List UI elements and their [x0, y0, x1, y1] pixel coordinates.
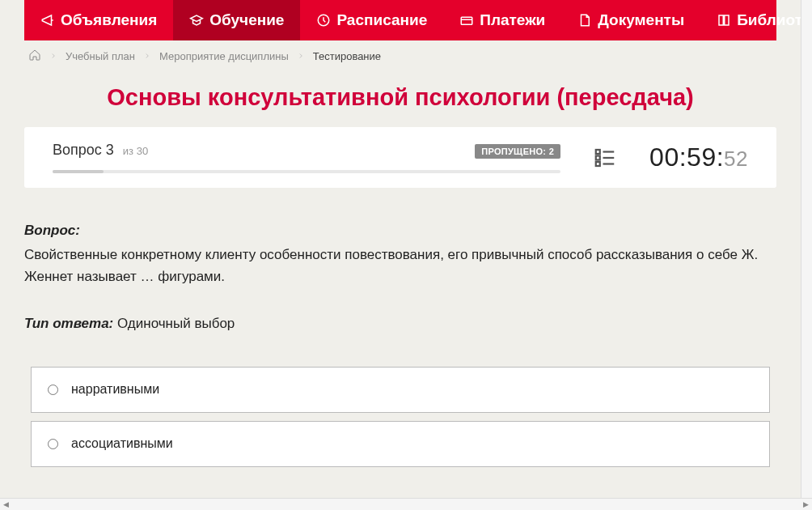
timer-seconds: 52 [724, 147, 748, 172]
home-icon[interactable] [28, 49, 41, 64]
missed-badge: ПРОПУЩЕНО: 2 [475, 144, 560, 159]
answer-type-value: Одиночный выбор [117, 316, 235, 331]
question-progress: Вопрос 3 из 30 ПРОПУЩЕНО: 2 [53, 142, 560, 173]
answer-option[interactable]: нарративными [31, 367, 770, 413]
nav-schedule[interactable]: Расписание [300, 0, 443, 40]
question-label-heading: Вопрос: [24, 220, 776, 241]
page-title: Основы консультативной психологии (перес… [24, 84, 776, 111]
radio-input[interactable] [48, 439, 58, 449]
horizontal-scrollbar[interactable]: ◀ ▶ [0, 498, 812, 510]
timer: 00:59:52 [649, 142, 748, 172]
payment-icon [459, 13, 474, 28]
answer-options: нарративными ассоциативными [31, 367, 770, 467]
nav-payments[interactable]: Платежи [443, 0, 561, 40]
question-list-button[interactable] [593, 146, 617, 170]
nav-library[interactable]: Библиотека [700, 0, 812, 40]
nav-label: Платежи [480, 11, 545, 29]
radio-input[interactable] [48, 385, 58, 395]
nav-label: Расписание [336, 11, 427, 29]
chevron-right-icon [297, 50, 305, 62]
svg-rect-4 [596, 162, 600, 166]
book-icon [717, 13, 731, 28]
scroll-right-arrow[interactable]: ▶ [800, 499, 812, 511]
option-label: нарративными [71, 380, 159, 400]
answer-type-label: Тип ответа: [24, 316, 113, 331]
clock-icon [316, 13, 331, 28]
nav-label: Документы [598, 11, 684, 29]
megaphone-icon [40, 13, 55, 28]
question-total: из 30 [123, 145, 148, 157]
answer-option[interactable]: ассоциативными [31, 421, 770, 467]
question-text: Свойственные конкретному клиенту особенн… [24, 244, 776, 287]
progress-bar [53, 170, 560, 173]
main-nav: Объявления Обучение Расписание Платежи [24, 0, 776, 40]
svg-rect-1 [461, 17, 472, 24]
progress-fill [53, 170, 104, 173]
education-icon [189, 13, 204, 28]
svg-rect-3 [596, 155, 600, 159]
timer-main: 00:59: [649, 142, 724, 172]
chevron-right-icon [49, 50, 57, 62]
vertical-scrollbar[interactable] [801, 0, 812, 498]
nav-label: Обучение [209, 11, 284, 29]
breadcrumb-current: Тестирование [313, 50, 381, 62]
breadcrumb-link-discipline[interactable]: Мероприятие дисциплины [159, 50, 289, 62]
breadcrumb: Учебный план Мероприятие дисциплины Тест… [0, 40, 801, 64]
chevron-right-icon [143, 50, 151, 62]
scroll-track[interactable] [12, 499, 800, 510]
nav-documents[interactable]: Документы [561, 0, 700, 40]
question-label: Вопрос 3 [53, 142, 114, 158]
nav-announcements[interactable]: Объявления [24, 0, 173, 40]
scroll-left-arrow[interactable]: ◀ [0, 499, 12, 511]
status-panel: Вопрос 3 из 30 ПРОПУЩЕНО: 2 [24, 127, 776, 188]
option-label: ассоциативными [71, 434, 173, 454]
svg-rect-2 [596, 150, 600, 154]
nav-education[interactable]: Обучение [173, 0, 300, 40]
nav-label: Объявления [61, 11, 157, 29]
question-body: Вопрос: Свойственные конкретному клиенту… [24, 220, 776, 491]
document-icon [577, 13, 592, 28]
breadcrumb-link-plan[interactable]: Учебный план [66, 50, 135, 62]
